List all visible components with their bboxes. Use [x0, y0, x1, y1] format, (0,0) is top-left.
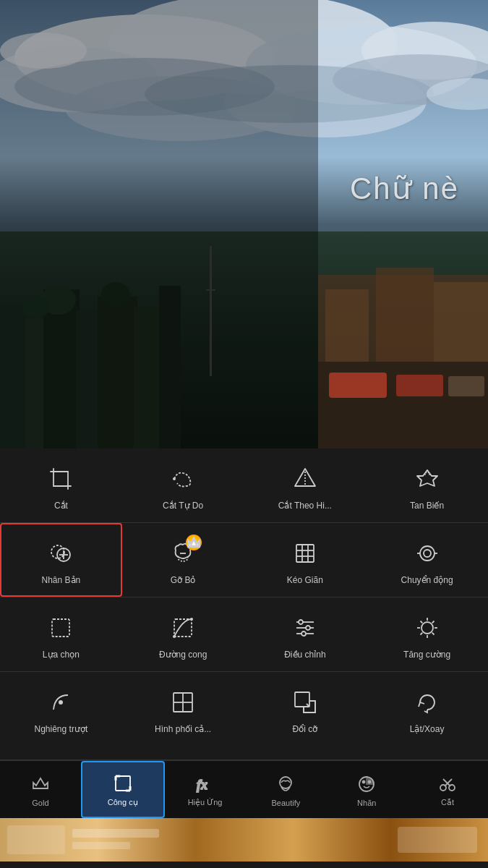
- adjust-icon: [289, 612, 321, 644]
- photo-canvas: Chữ nè: [0, 0, 488, 448]
- tool-keo-gian-label: Kéo Giãn: [287, 575, 323, 585]
- svg-rect-31: [448, 376, 484, 396]
- svg-rect-29: [329, 373, 387, 398]
- tilt-icon: [45, 686, 77, 718]
- svg-point-62: [301, 631, 306, 636]
- scissors-nav-icon: [436, 772, 459, 795]
- shapecrop-icon: [289, 463, 321, 495]
- tool-chuyen-dong-label: Chuyển động: [401, 575, 453, 585]
- nav-hieu-ung[interactable]: fx Hiệu Ứng: [165, 761, 246, 818]
- tool-nghieng-truot[interactable]: Nghiêng trượt: [0, 672, 122, 746]
- tool-cat-label: Cắt: [54, 501, 68, 511]
- svg-rect-97: [7, 825, 65, 854]
- tool-hinh-phoi-ca[interactable]: Hình phối cả...: [122, 672, 244, 746]
- svg-marker-35: [417, 470, 437, 486]
- svg-point-49: [420, 546, 435, 561]
- tool-cat-tu-do[interactable]: Cắt Tự Do: [122, 448, 244, 522]
- nav-gold[interactable]: Gold: [0, 761, 81, 818]
- tool-doi-co[interactable]: Đổi cỡ: [244, 672, 367, 746]
- tool-duong-cong-label: Đường cong: [159, 650, 207, 660]
- enhance-icon: [411, 612, 443, 644]
- tool-keo-gian[interactable]: Kéo Giãn: [244, 523, 367, 597]
- collage-icon: [167, 686, 199, 718]
- tool-nhan-ban-label: Nhân Bản: [42, 575, 81, 585]
- tool-dieu-chinh-label: Điều chỉnh: [284, 650, 325, 660]
- motion-icon: [411, 537, 443, 569]
- tool-cat-theo-hinh-label: Cắt Theo Hi...: [278, 501, 332, 511]
- svg-line-70: [432, 621, 434, 624]
- nav-cat-label: Cắt: [441, 798, 454, 807]
- nav-beautify-label: Beautify: [272, 799, 301, 807]
- tool-tan-bien[interactable]: Tan Biến: [366, 448, 488, 522]
- tools-row-3: Lựa chọn Đường cong: [0, 597, 488, 671]
- tool-cat[interactable]: Cắt: [0, 448, 122, 522]
- svg-rect-98: [72, 829, 159, 838]
- scatter-icon: [411, 463, 443, 495]
- tool-lua-chon-label: Lựa chọn: [43, 650, 80, 660]
- svg-point-32: [173, 477, 176, 480]
- svg-point-91: [369, 780, 371, 783]
- svg-point-72: [59, 700, 63, 705]
- remove-icon: [167, 537, 199, 569]
- tool-tang-cuong[interactable]: Tăng cường: [366, 597, 488, 671]
- tool-nhan-ban[interactable]: Nhân Bản: [0, 523, 122, 597]
- tool-chuyen-dong[interactable]: Chuyển động: [366, 523, 488, 597]
- crop-icon: [45, 463, 77, 495]
- bottom-nav: Gold Công cụ fx Hiệu Ứng: [0, 760, 488, 818]
- tools-row-4: Nghiêng trượt Hình phối cả...: [0, 672, 488, 746]
- svg-rect-25: [325, 289, 369, 362]
- face-nav-icon: [274, 773, 297, 796]
- tools-row-1: Cắt Cắt Tự Do: [0, 448, 488, 522]
- ad-banner[interactable]: [0, 818, 488, 861]
- bottom-panel: Cắt Cắt Tự Do: [0, 448, 488, 868]
- tool-go-bo-label: Gỡ Bỏ: [171, 575, 196, 585]
- svg-rect-27: [434, 282, 488, 362]
- curve-icon: [167, 612, 199, 644]
- svg-point-60: [299, 620, 303, 624]
- svg-point-63: [421, 622, 433, 634]
- tool-duong-cong[interactable]: Đường cong: [122, 597, 244, 671]
- sticker-nav-icon: [355, 773, 378, 796]
- stretch-icon: [289, 537, 321, 569]
- svg-text:fx: fx: [197, 778, 207, 792]
- freecut-icon: [167, 463, 199, 495]
- tools-section: Cắt Cắt Tự Do: [0, 448, 488, 760]
- crown-badge: [186, 535, 202, 550]
- tool-doi-co-label: Đổi cỡ: [293, 724, 318, 734]
- svg-point-90: [363, 780, 365, 783]
- left-overlay: [0, 0, 318, 448]
- svg-rect-26: [376, 268, 434, 362]
- clone-icon: [45, 537, 77, 569]
- tool-tang-cuong-label: Tăng cường: [403, 650, 450, 660]
- svg-rect-44: [296, 545, 314, 562]
- svg-rect-30: [396, 375, 443, 396]
- nav-cong-cu-label: Công cụ: [108, 798, 138, 807]
- select-icon: [45, 612, 77, 644]
- svg-rect-100: [398, 827, 477, 853]
- rotate-icon: [411, 686, 443, 718]
- nav-cat[interactable]: Cắt: [407, 761, 488, 818]
- svg-point-50: [424, 550, 431, 557]
- tool-lat-xoay-label: Lật/Xoay: [410, 724, 445, 734]
- resize-icon: [289, 686, 321, 718]
- crop-nav-icon: [111, 772, 134, 795]
- tool-cat-theo-hinh[interactable]: Cắt Theo Hi...: [244, 448, 367, 522]
- tool-cat-tu-do-label: Cắt Tự Do: [163, 501, 203, 511]
- nav-cong-cu[interactable]: Công cụ: [81, 761, 165, 818]
- svg-rect-53: [52, 619, 69, 637]
- nav-nhan[interactable]: Nhãn: [326, 761, 407, 818]
- photo-overlay-text: Chữ nè: [350, 171, 459, 206]
- tool-dieu-chinh[interactable]: Điều chỉnh: [244, 597, 367, 671]
- fx-nav-icon: fx: [194, 772, 217, 795]
- tool-go-bo[interactable]: Gỡ Bỏ: [122, 523, 244, 597]
- nav-nhan-label: Nhãn: [357, 799, 376, 807]
- svg-rect-54: [174, 619, 192, 637]
- tool-lat-xoay[interactable]: Lật/Xoay: [366, 672, 488, 746]
- tool-hinh-phoi-ca-label: Hình phối cả...: [155, 724, 211, 734]
- nav-beautify[interactable]: Beautify: [245, 761, 326, 818]
- svg-point-56: [190, 618, 193, 621]
- svg-marker-81: [33, 778, 48, 788]
- tool-lua-chon[interactable]: Lựa chọn: [0, 597, 122, 671]
- tool-tan-bien-label: Tan Biến: [410, 501, 444, 511]
- nav-gold-label: Gold: [32, 799, 48, 807]
